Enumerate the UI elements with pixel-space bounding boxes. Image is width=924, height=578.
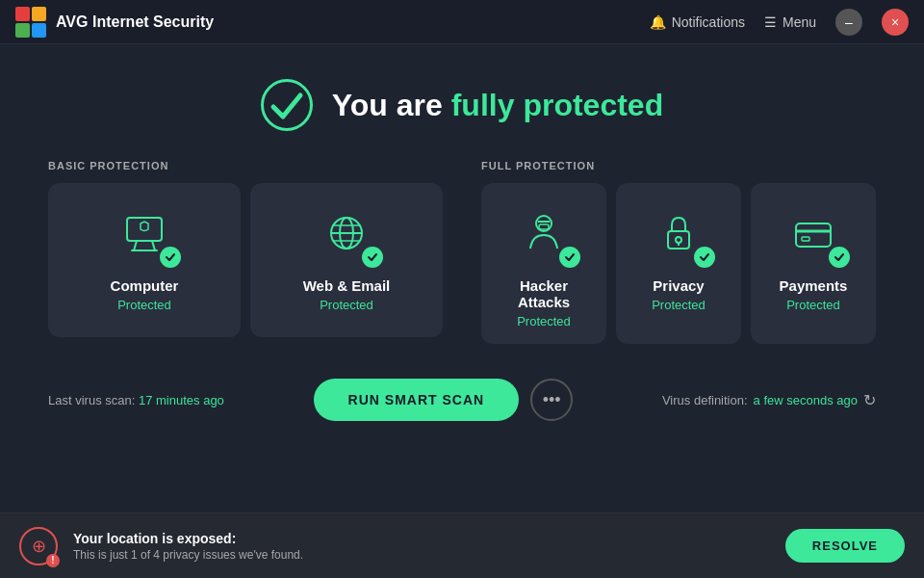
last-scan-label: Last virus scan: bbox=[48, 393, 135, 407]
basic-section-label: BASIC PROTECTION bbox=[48, 160, 443, 171]
protection-sections: BASIC PROTECTION bbox=[48, 160, 876, 344]
protected-check-icon bbox=[261, 79, 313, 131]
hacker-card-status: Protected bbox=[517, 314, 571, 328]
close-button[interactable]: × bbox=[882, 9, 909, 36]
run-smart-scan-button[interactable]: RUN SMART SCAN bbox=[314, 379, 520, 421]
virus-definition-info: Virus definition: a few seconds ago ↻ bbox=[662, 391, 876, 409]
full-protection-section: FULL PROTECTION bbox=[481, 160, 876, 344]
svg-line-6 bbox=[152, 241, 155, 250]
notifications-button[interactable]: 🔔 Notifications bbox=[650, 14, 745, 30]
menu-button[interactable]: ☰ Menu bbox=[764, 14, 816, 30]
hacker-check-badge bbox=[559, 247, 580, 268]
payments-protection-card[interactable]: Payments Protected bbox=[751, 183, 876, 344]
payments-icon-wrapper bbox=[783, 202, 844, 264]
svg-rect-21 bbox=[802, 237, 809, 241]
last-scan-info: Last virus scan: 17 minutes ago bbox=[48, 393, 224, 407]
virus-def-label: Virus definition: bbox=[662, 393, 748, 407]
titlebar: AVG Internet Security 🔔 Notifications ☰ … bbox=[0, 0, 924, 44]
location-exposed-icon: ⊕ ! bbox=[19, 527, 58, 565]
svg-rect-3 bbox=[32, 23, 46, 38]
notification-text: Your location is exposed: This is just 1… bbox=[73, 531, 770, 562]
full-section-label: FULL PROTECTION bbox=[481, 160, 876, 171]
privacy-card-status: Protected bbox=[652, 298, 706, 312]
hero-section: You are fully protected bbox=[48, 44, 876, 160]
hacker-attacks-protection-card[interactable]: Hacker Attacks Protected bbox=[481, 183, 606, 344]
virus-def-time: a few seconds ago bbox=[754, 393, 858, 407]
svg-point-17 bbox=[676, 237, 681, 243]
web-email-card-name: Web & Email bbox=[303, 277, 391, 294]
main-content: You are fully protected BASIC PROTECTION bbox=[0, 44, 924, 421]
hamburger-icon: ☰ bbox=[764, 14, 777, 30]
computer-card-name: Computer bbox=[111, 277, 179, 294]
app-title: AVG Internet Security bbox=[56, 13, 214, 31]
computer-card-status: Protected bbox=[117, 298, 171, 312]
notifications-label: Notifications bbox=[672, 14, 745, 30]
titlebar-left: AVG Internet Security bbox=[15, 7, 214, 38]
titlebar-right: 🔔 Notifications ☰ Menu – × bbox=[650, 9, 909, 36]
menu-label: Menu bbox=[783, 14, 816, 30]
svg-rect-1 bbox=[32, 7, 46, 21]
footer-notification: ⊕ ! Your location is exposed: This is ju… bbox=[0, 512, 924, 578]
bottom-bar: Last virus scan: 17 minutes ago RUN SMAR… bbox=[48, 379, 876, 421]
privacy-check-badge bbox=[694, 247, 715, 268]
hero-text-before: You are bbox=[332, 88, 451, 122]
payments-card-name: Payments bbox=[780, 277, 848, 294]
last-scan-time: 17 minutes ago bbox=[139, 393, 224, 407]
minimize-button[interactable]: – bbox=[835, 9, 862, 36]
privacy-icon-wrapper bbox=[648, 202, 709, 264]
web-email-icon-wrapper bbox=[316, 202, 377, 264]
resolve-button[interactable]: RESOLVE bbox=[785, 529, 905, 563]
computer-icon-wrapper bbox=[114, 202, 175, 264]
avg-logo bbox=[15, 7, 46, 38]
privacy-protection-card[interactable]: Privacy Protected bbox=[616, 183, 741, 344]
computer-check-badge bbox=[160, 247, 181, 268]
more-options-button[interactable]: ••• bbox=[530, 379, 573, 421]
svg-rect-14 bbox=[539, 224, 549, 229]
exclamation-badge: ! bbox=[46, 554, 60, 567]
refresh-icon[interactable]: ↻ bbox=[863, 391, 876, 409]
basic-cards: Computer Protected bbox=[48, 183, 443, 337]
close-icon: × bbox=[891, 14, 899, 30]
basic-protection-section: BASIC PROTECTION bbox=[48, 160, 443, 344]
svg-rect-19 bbox=[796, 223, 831, 247]
web-email-check-badge bbox=[362, 247, 383, 268]
minimize-icon: – bbox=[845, 14, 853, 30]
bell-icon: 🔔 bbox=[650, 14, 666, 30]
hacker-card-name: Hacker Attacks bbox=[495, 277, 593, 310]
notification-title: Your location is exposed: bbox=[73, 531, 770, 546]
svg-line-5 bbox=[134, 241, 137, 250]
full-cards: Hacker Attacks Protected bbox=[481, 183, 876, 344]
computer-protection-card[interactable]: Computer Protected bbox=[48, 183, 241, 337]
svg-rect-2 bbox=[15, 23, 30, 38]
hero-text-highlight: fully protected bbox=[451, 88, 663, 122]
notification-description: This is just 1 of 4 privacy issues we've… bbox=[73, 548, 770, 562]
crosshair-icon: ⊕ bbox=[32, 536, 46, 557]
scan-actions: RUN SMART SCAN ••• bbox=[314, 379, 574, 421]
svg-rect-0 bbox=[15, 7, 30, 21]
payments-check-badge bbox=[829, 247, 850, 268]
svg-rect-16 bbox=[668, 231, 689, 249]
web-email-protection-card[interactable]: Web & Email Protected bbox=[250, 183, 443, 337]
privacy-card-name: Privacy bbox=[653, 277, 704, 294]
payments-card-status: Protected bbox=[786, 298, 840, 312]
hacker-icon-wrapper bbox=[513, 202, 575, 264]
more-dots-icon: ••• bbox=[543, 390, 561, 410]
web-email-card-status: Protected bbox=[320, 298, 373, 312]
hero-text: You are fully protected bbox=[332, 88, 663, 123]
